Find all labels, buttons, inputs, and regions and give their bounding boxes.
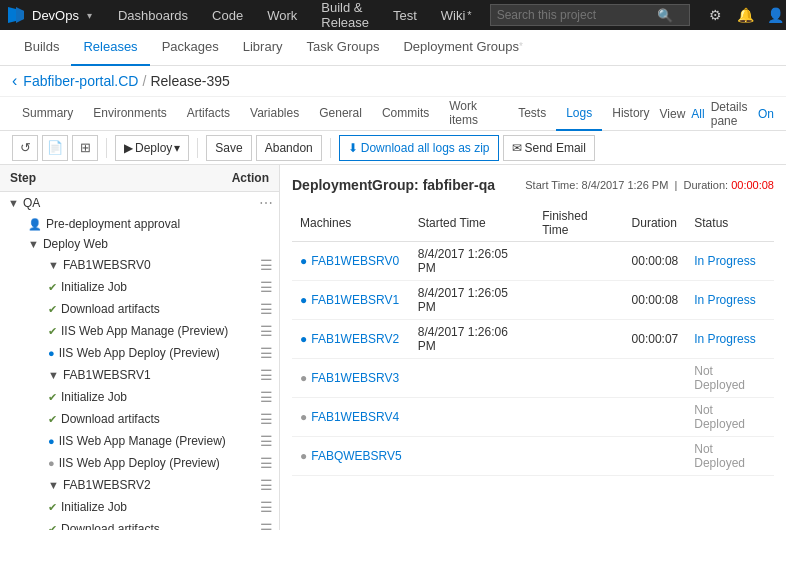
tab-environments[interactable]: Environments <box>83 97 176 131</box>
tab-logs[interactable]: Logs <box>556 97 602 131</box>
machine-link[interactable]: ● FAB1WEBSRV4 <box>300 410 402 424</box>
nav-build-release[interactable]: Build & Release <box>311 0 379 30</box>
srv2-download-action[interactable]: ☰ <box>260 521 273 530</box>
tree-srv1-init[interactable]: ✔ Initialize Job ☰ <box>0 386 279 408</box>
breadcrumb-project[interactable]: Fabfiber-portal.CD <box>23 73 138 89</box>
expand-srv1-icon: ▼ <box>48 369 59 381</box>
machine-link[interactable]: ● FABQWEBSRV5 <box>300 449 402 463</box>
download-logs-button[interactable]: ⬇ Download all logs as zip <box>339 135 499 161</box>
search-icon[interactable]: 🔍 <box>657 8 673 23</box>
tree-qa[interactable]: ▼ QA ⋯ <box>0 192 279 214</box>
tab-variables[interactable]: Variables <box>240 97 309 131</box>
tab-task-groups[interactable]: Task Groups <box>294 30 391 66</box>
tree-predeployment[interactable]: 👤 Pre-deployment approval <box>0 214 279 234</box>
tab-deployment-groups[interactable]: Deployment Groups* <box>391 30 535 66</box>
tree-srv0-download[interactable]: ✔ Download artifacts ☰ <box>0 298 279 320</box>
tab-general[interactable]: General <box>309 97 372 131</box>
tree-srv0-init[interactable]: ✔ Initialize Job ☰ <box>0 276 279 298</box>
org-name[interactable]: DevOps <box>32 8 79 23</box>
machine-name[interactable]: FAB1WEBSRV4 <box>311 410 399 424</box>
machine-link[interactable]: ● FAB1WEBSRV1 <box>300 293 402 307</box>
nav-dashboards[interactable]: Dashboards <box>108 0 198 30</box>
machine-link[interactable]: ● FAB1WEBSRV2 <box>300 332 402 346</box>
notification-icon[interactable]: 🔔 <box>732 1 760 29</box>
srv2-action-icon[interactable]: ☰ <box>260 477 273 493</box>
expand-icon: ▼ <box>8 197 19 209</box>
srv1-deploy-action[interactable]: ☰ <box>260 455 273 471</box>
nav-wiki[interactable]: Wiki* <box>431 0 482 30</box>
save-button[interactable]: Save <box>206 135 251 161</box>
deployment-group-title: DeploymentGroup: fabfiber-qa <box>292 177 495 193</box>
table-row: ● FAB1WEBSRV3 Not Deployed <box>292 359 774 398</box>
tab-builds[interactable]: Builds <box>12 30 71 66</box>
tab-artifacts[interactable]: Artifacts <box>177 97 240 131</box>
tab-library[interactable]: Library <box>231 30 295 66</box>
org-caret[interactable]: ▾ <box>87 10 92 21</box>
tree-srv1-deploy[interactable]: ● IIS Web App Deploy (Preview) ☰ <box>0 452 279 474</box>
top-icons: ⚙ 🔔 👤 AU ⋯ <box>702 1 786 29</box>
srv1-action-icon[interactable]: ☰ <box>260 367 273 383</box>
status-cell: Not Deployed <box>686 359 774 398</box>
tree-deployweb[interactable]: ▼ Deploy Web <box>0 234 279 254</box>
machine-name[interactable]: FAB1WEBSRV0 <box>311 254 399 268</box>
srv1-download-action[interactable]: ☰ <box>260 411 273 427</box>
details-pane-toggle[interactable]: On <box>758 107 774 121</box>
console-button[interactable]: ⊞ <box>72 135 98 161</box>
machine-name[interactable]: FABQWEBSRV5 <box>311 449 401 463</box>
tab-work-items[interactable]: Work items <box>439 97 508 131</box>
machine-icon: ● <box>300 332 307 346</box>
machine-link[interactable]: ● FAB1WEBSRV0 <box>300 254 402 268</box>
view-all[interactable]: All <box>691 107 704 121</box>
user-icon[interactable]: 👤 <box>762 1 786 29</box>
srv0-download-action[interactable]: ☰ <box>260 301 273 317</box>
abandon-button[interactable]: Abandon <box>256 135 322 161</box>
srv1-manage-action[interactable]: ☰ <box>260 433 273 449</box>
tree-fab1websrv2[interactable]: ▼ FAB1WEBSRV2 ☰ <box>0 474 279 496</box>
table-row: ● FAB1WEBSRV0 8/4/2017 1:26:05 PM 00:00:… <box>292 242 774 281</box>
tab-packages[interactable]: Packages <box>150 30 231 66</box>
tree-srv1-label: FAB1WEBSRV1 <box>63 368 260 382</box>
srv2-init-action[interactable]: ☰ <box>260 499 273 515</box>
refresh-button[interactable]: ↺ <box>12 135 38 161</box>
machine-icon: ● <box>300 371 307 385</box>
tree-srv2-init[interactable]: ✔ Initialize Job ☰ <box>0 496 279 518</box>
machine-name[interactable]: FAB1WEBSRV1 <box>311 293 399 307</box>
srv0-init-action[interactable]: ☰ <box>260 279 273 295</box>
tree-srv0-manage[interactable]: ✔ IIS Web App Manage (Preview) ☰ <box>0 320 279 342</box>
back-button[interactable]: ‹ <box>12 72 17 90</box>
duration-cell <box>624 437 687 476</box>
machine-link[interactable]: ● FAB1WEBSRV3 <box>300 371 402 385</box>
tree-srv2-download[interactable]: ✔ Download artifacts ☰ <box>0 518 279 530</box>
machine-name[interactable]: FAB1WEBSRV3 <box>311 371 399 385</box>
send-email-button[interactable]: ✉ Send Email <box>503 135 595 161</box>
srv0-manage-action[interactable]: ☰ <box>260 323 273 339</box>
tab-tests[interactable]: Tests <box>508 97 556 131</box>
tab-releases[interactable]: Releases <box>71 30 149 66</box>
status-cell: Not Deployed <box>686 398 774 437</box>
logs-button[interactable]: 📄 <box>42 135 68 161</box>
tab-summary[interactable]: Summary <box>12 97 83 131</box>
tree-srv1-manage[interactable]: ● IIS Web App Manage (Preview) ☰ <box>0 430 279 452</box>
finished-cell <box>534 359 623 398</box>
settings-icon[interactable]: ⚙ <box>702 1 730 29</box>
nav-test[interactable]: Test <box>383 0 427 30</box>
tab-commits[interactable]: Commits <box>372 97 439 131</box>
tree-srv1-download[interactable]: ✔ Download artifacts ☰ <box>0 408 279 430</box>
srv2-success-2: ✔ <box>48 523 57 531</box>
search-input[interactable] <box>497 8 657 22</box>
status-cell: In Progress <box>686 320 774 359</box>
tree-srv1-init-label: Initialize Job <box>61 390 260 404</box>
deploy-button[interactable]: ▶ Deploy ▾ <box>115 135 189 161</box>
nav-code[interactable]: Code <box>202 0 253 30</box>
tree-fab1websrv1[interactable]: ▼ FAB1WEBSRV1 ☰ <box>0 364 279 386</box>
deploy-caret: ▾ <box>174 141 180 155</box>
srv1-init-action[interactable]: ☰ <box>260 389 273 405</box>
tab-history[interactable]: History <box>602 97 659 131</box>
tree-fab1websrv0[interactable]: ▼ FAB1WEBSRV0 ☰ <box>0 254 279 276</box>
tree-srv0-deploy[interactable]: ● IIS Web App Deploy (Preview) ☰ <box>0 342 279 364</box>
srv0-deploy-action[interactable]: ☰ <box>260 345 273 361</box>
nav-work[interactable]: Work <box>257 0 307 30</box>
srv0-action-icon[interactable]: ☰ <box>260 257 273 273</box>
qa-action-icon[interactable]: ⋯ <box>259 195 273 211</box>
machine-name[interactable]: FAB1WEBSRV2 <box>311 332 399 346</box>
